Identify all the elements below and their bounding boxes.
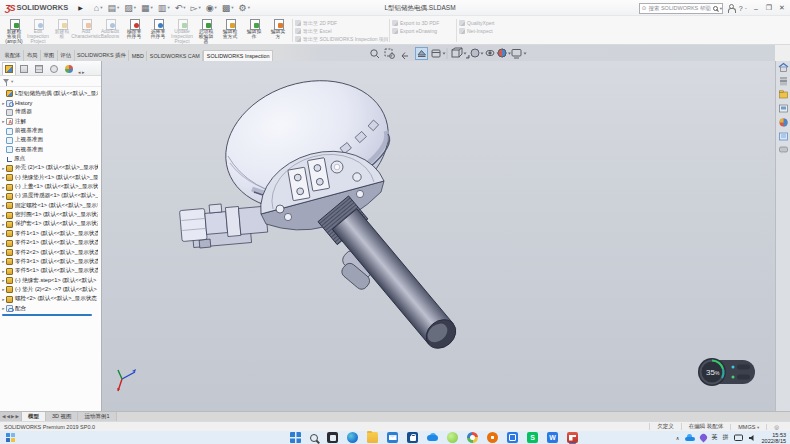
3d-model-assembly[interactable]: [102, 61, 775, 412]
taskbar-app-icon[interactable]: [327, 432, 338, 443]
ribbon-export-item[interactable]: 导出至 Excel: [295, 28, 387, 34]
tree-item[interactable]: ▸ 配合: [1, 304, 98, 313]
tree-item[interactable]: ▸ 零件2<2> (默认<<默认>_显示状态: [1, 248, 98, 257]
tree-item[interactable]: ▸ 零件2<1> (默认<<默认>_显示状态: [1, 239, 98, 248]
ribbon-export-item[interactable]: 导出至 2D PDF: [295, 20, 387, 26]
graphics-viewport[interactable]: 35%: [102, 61, 775, 411]
panel-tab-scroll[interactable]: ◂ ▸: [78, 69, 84, 75]
taskbar-app-icon[interactable]: [367, 432, 378, 443]
command-tab[interactable]: MBD: [129, 51, 147, 61]
taskbar-app-icon[interactable]: [290, 432, 301, 443]
tree-item[interactable]: ▸ (-) 垫片 (2)<2> ->? (默认<<默认>: [1, 285, 98, 294]
tab-property-manager[interactable]: [17, 62, 31, 75]
command-tab[interactable]: 装配体: [2, 50, 24, 61]
ribbon-export-item[interactable]: Net-Inspect: [459, 28, 515, 34]
command-tab[interactable]: 评估: [58, 50, 75, 61]
tree-item[interactable]: ▸ L型铝储热电偶 (默认<<默认>_显示状态-1: [1, 89, 98, 98]
design-library-icon[interactable]: [780, 77, 787, 85]
ribbon-button[interactable]: 编辑检 查方式: [218, 17, 242, 44]
ime-mode[interactable]: 拼: [723, 433, 729, 442]
qat-button[interactable]: ▥▾: [156, 1, 172, 14]
qat-button[interactable]: ↶▾: [173, 1, 188, 14]
recorder-overlay-widget[interactable]: 35%: [697, 356, 757, 389]
widgets-icon[interactable]: [6, 433, 15, 442]
tree-item[interactable]: ▸ (-) 温度传感器<1> (默认<<默认>_: [1, 192, 98, 201]
tree-item[interactable]: ▸ 传感器: [1, 108, 98, 117]
tab-dimxpert[interactable]: [47, 62, 61, 75]
tree-item[interactable]: ▸ 保护套<1> (默认<<默认>_显示状态: [1, 220, 98, 229]
ribbon-button[interactable]: 编辑卖 方: [266, 17, 290, 44]
ribbon-button[interactable]: 编辑操 作: [242, 17, 266, 44]
taskbar-app-icon[interactable]: [567, 432, 578, 443]
tree-item[interactable]: ▸ (-) 绝缘垫片<1> (默认<<默认>_显: [1, 173, 98, 182]
model-left-fitting[interactable]: [179, 200, 268, 249]
tree-item[interactable]: ▸ 零件5<1> (默认<<默认>_显示状态: [1, 267, 98, 276]
ribbon-export-item[interactable]: Export to 3D PDF: [392, 20, 454, 26]
tree-item[interactable]: ▸ 前视基准面: [1, 126, 98, 135]
taskbar-app-icon[interactable]: [447, 432, 458, 443]
tree-item[interactable]: ▸ 外壳 (2)<1> (默认<<默认>_显示状: [1, 164, 98, 173]
status-units[interactable]: MMGS ▾: [730, 424, 766, 430]
solidworks-logo[interactable]: ƷS SOLIDWORKS: [0, 0, 73, 15]
location-tray-icon[interactable]: [698, 433, 708, 443]
tree-item[interactable]: ▸ 上视基准面: [1, 136, 98, 145]
tree-item[interactable]: ▸ (-) 上盖<1> (默认<<默认>_显示状: [1, 182, 98, 191]
forum-icon[interactable]: [780, 147, 788, 154]
qat-button[interactable]: ▩▾: [220, 1, 236, 14]
qat-button[interactable]: ▦▾: [139, 1, 155, 14]
help-button[interactable]: ? ·: [739, 5, 747, 12]
ribbon-button[interactable]: Add/Edit Balloons: [98, 17, 122, 44]
task-pane-home-icon[interactable]: [779, 64, 788, 72]
user-account-icon[interactable]: [728, 4, 734, 12]
tree-item[interactable]: ▸ 密封圈<1> (默认<<默认>_显示状态: [1, 210, 98, 219]
cast-icon[interactable]: [734, 434, 743, 442]
minimize-button[interactable]: –: [752, 5, 760, 12]
command-tab[interactable]: SOLIDWORKS 插件: [75, 50, 130, 61]
taskbar-app-icon[interactable]: [427, 432, 438, 443]
close-button[interactable]: ✕: [778, 4, 786, 12]
onedrive-tray-icon[interactable]: [685, 434, 695, 441]
ribbon-export-item[interactable]: QualityXpert: [459, 20, 515, 26]
ribbon-export-item[interactable]: 导出至 SOLIDWORKS Inspection 项目: [295, 36, 387, 42]
qat-button[interactable]: ▨▾: [122, 1, 138, 14]
ribbon-button[interactable]: Add Characteristic: [74, 17, 98, 44]
ribbon-button[interactable]: 选择零 件序号: [146, 17, 170, 44]
taskbar-app-icon[interactable]: W: [547, 432, 558, 443]
command-tab[interactable]: 草图: [41, 50, 58, 61]
status-options-icon[interactable]: ◎: [766, 424, 786, 430]
ribbon-export-item[interactable]: Export eDrawing: [392, 28, 454, 34]
speaker-icon[interactable]: [748, 434, 757, 442]
document-tab[interactable]: 3D 视图: [46, 412, 79, 421]
view-palette-icon[interactable]: [780, 105, 788, 112]
heads-up-view-toolbar[interactable]: [368, 47, 618, 60]
tree-item[interactable]: ▸ 原点: [1, 154, 98, 163]
ribbon-button[interactable]: 移除零 件序号: [122, 17, 146, 44]
tree-item[interactable]: ▸ 右视基准面: [1, 145, 98, 154]
tree-item[interactable]: ▸ History: [1, 98, 98, 107]
taskbar-app-icon[interactable]: [507, 432, 518, 443]
taskbar-app-icon[interactable]: [487, 432, 498, 443]
ribbon-button[interactable]: Edit Inspection Project: [26, 17, 50, 44]
rollback-bar[interactable]: [2, 314, 92, 316]
qat-button[interactable]: ⌂▾: [92, 1, 105, 14]
tree-filter[interactable]: ▾: [0, 76, 101, 87]
ribbon-button[interactable]: 新建检 查项目 (amp;N): [2, 17, 26, 44]
qat-button[interactable]: ▻▾: [188, 1, 202, 14]
search-icon[interactable]: [713, 6, 718, 11]
tray-expand-icon[interactable]: ∧: [676, 435, 680, 441]
tree-item[interactable]: ▸ 注解: [1, 117, 98, 126]
tab-scroll-buttons[interactable]: ◀◀▶▶: [0, 412, 22, 421]
tree-item[interactable]: ▸ (-) 绝缘套.step<1> (默认<<默认>: [1, 276, 98, 285]
tab-appearances[interactable]: [62, 62, 76, 75]
tree-item[interactable]: ▸ 零件3<1> (默认<<默认>_显示状态: [1, 257, 98, 266]
qat-button[interactable]: ◉▾: [204, 1, 219, 14]
command-tab[interactable]: SOLIDWORKS CAM: [147, 51, 203, 61]
clock[interactable]: 15:53 2022/8/15: [762, 432, 786, 444]
document-tab[interactable]: 模型: [22, 412, 46, 421]
restore-button[interactable]: ❐: [765, 4, 773, 12]
taskbar-app-icon[interactable]: [347, 432, 358, 443]
tree-item[interactable]: ▸ 螺栓<2> (默认<<默认>_显示状态: [1, 295, 98, 304]
menu-flyout-arrow[interactable]: ▶: [78, 4, 83, 11]
qat-button[interactable]: ▤▾: [106, 1, 122, 14]
taskbar-app-icon[interactable]: [407, 432, 418, 443]
